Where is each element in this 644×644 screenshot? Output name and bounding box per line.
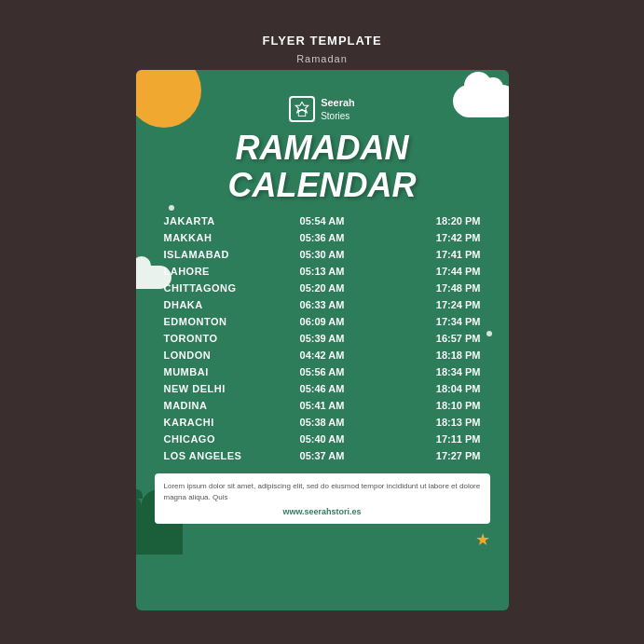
iftar-time: 18:13 PM	[375, 417, 480, 428]
table-row: ISLAMABAD 05:30 AM 17:41 PM	[155, 246, 490, 263]
table-row: CHITTAGONG 05:20 AM 17:48 PM	[155, 280, 490, 296]
fajr-time: 05:38 AM	[269, 417, 375, 428]
footer-body-text: Lorem ipsum dolor sit amet, adipiscing e…	[164, 481, 481, 503]
fajr-time: 05:56 AM	[269, 366, 375, 377]
table-row: MAKKAH 05:36 AM 17:42 PM	[155, 229, 490, 246]
footer-url: www.seerahstori.es	[164, 507, 481, 516]
iftar-time: 18:34 PM	[375, 366, 480, 377]
iftar-time: 18:18 PM	[375, 349, 480, 361]
fajr-time: 04:42 AM	[269, 349, 375, 361]
city-name: KARACHI	[164, 417, 269, 428]
table-row: LAHORE 05:13 AM 17:44 PM	[155, 263, 490, 280]
flyer-main-title: RAMADAN CALENDAR	[228, 130, 417, 203]
iftar-time: 17:42 PM	[375, 232, 480, 243]
city-name: EDMONTON	[164, 316, 269, 327]
city-name: NEW DELHI	[164, 383, 269, 394]
fajr-time: 05:40 AM	[269, 433, 375, 445]
city-name: LONDON	[164, 349, 269, 361]
iftar-time: 17:24 PM	[375, 299, 480, 310]
city-name: CHITTAGONG	[164, 282, 269, 294]
iftar-time: 17:44 PM	[375, 266, 480, 277]
table-row: JAKARTA 05:54 AM 18:20 PM	[155, 212, 490, 229]
table-row: LOS ANGELES 05:37 AM 17:27 PM	[155, 447, 490, 464]
fajr-time: 05:20 AM	[269, 282, 375, 294]
fajr-time: 06:33 AM	[269, 299, 375, 310]
table-row: DHAKA 06:33 AM 17:24 PM	[155, 296, 490, 313]
iftar-time: 18:10 PM	[375, 400, 480, 411]
iftar-time: 17:41 PM	[375, 249, 480, 260]
prayer-table: JAKARTA 05:54 AM 18:20 PM MAKKAH 05:36 A…	[155, 212, 490, 464]
brand-icon	[289, 96, 315, 122]
city-name: LOS ANGELES	[164, 450, 269, 461]
dot-left	[169, 205, 174, 211]
fajr-time: 05:46 AM	[269, 383, 375, 394]
iftar-time: 18:04 PM	[375, 383, 480, 394]
brand: Seerah Stories	[289, 96, 355, 122]
flyer-footer: Lorem ipsum dolor sit amet, adipiscing e…	[155, 473, 490, 524]
page-title: FLYER TEMPLATE	[262, 34, 381, 48]
iftar-time: 17:48 PM	[375, 282, 480, 294]
fajr-time: 05:30 AM	[269, 249, 375, 260]
outer-wrapper: FLYER TEMPLATE Ramadan ★	[136, 34, 509, 610]
fajr-time: 05:36 AM	[269, 232, 375, 243]
city-name: LAHORE	[164, 266, 269, 277]
fajr-time: 05:41 AM	[269, 400, 375, 411]
table-row: TORONTO 05:39 AM 16:57 PM	[155, 330, 490, 347]
fajr-time: 05:54 AM	[269, 215, 375, 226]
table-row: EDMONTON 06:09 AM 17:34 PM	[155, 313, 490, 330]
table-row: MADINA 05:41 AM 18:10 PM	[155, 397, 490, 414]
iftar-time: 17:27 PM	[375, 450, 480, 461]
table-row: CHICAGO 05:40 AM 17:11 PM	[155, 431, 490, 447]
table-row: MUMBAI 05:56 AM 18:34 PM	[155, 363, 490, 380]
flyer-card: ★ Seerah Stories RAMADAN CALENDAR	[136, 70, 509, 610]
brand-name: Seerah Stories	[321, 96, 355, 121]
page-subtitle: Ramadan	[296, 53, 348, 64]
table-row: LONDON 04:42 AM 18:18 PM	[155, 347, 490, 363]
fajr-time: 05:37 AM	[269, 450, 375, 461]
iftar-time: 17:34 PM	[375, 316, 480, 327]
city-name: JAKARTA	[164, 215, 269, 226]
deco-star: ★	[475, 529, 490, 550]
city-name: MAKKAH	[164, 232, 269, 243]
fajr-time: 05:13 AM	[269, 266, 375, 277]
city-name: ISLAMABAD	[164, 249, 269, 260]
fajr-time: 05:39 AM	[269, 333, 375, 344]
city-name: MADINA	[164, 400, 269, 411]
table-row: KARACHI 05:38 AM 18:13 PM	[155, 414, 490, 431]
city-name: CHICAGO	[164, 433, 269, 445]
iftar-time: 17:11 PM	[375, 433, 480, 445]
table-row: NEW DELHI 05:46 AM 18:04 PM	[155, 380, 490, 397]
iftar-time: 16:57 PM	[375, 333, 480, 344]
flyer-header: Seerah Stories RAMADAN CALENDAR	[155, 89, 490, 203]
fajr-time: 06:09 AM	[269, 316, 375, 327]
iftar-time: 18:20 PM	[375, 215, 480, 226]
city-name: DHAKA	[164, 299, 269, 310]
city-name: TORONTO	[164, 333, 269, 344]
city-name: MUMBAI	[164, 366, 269, 377]
